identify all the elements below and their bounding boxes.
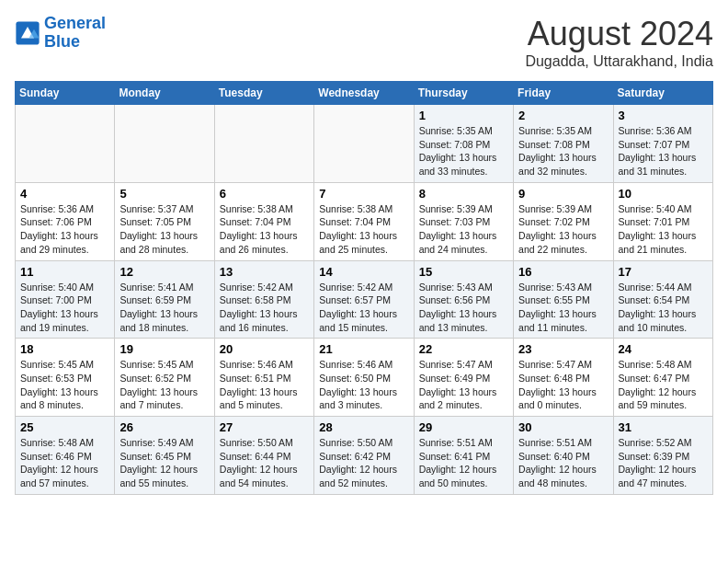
header-cell-thursday: Thursday: [414, 82, 513, 105]
day-info: Sunrise: 5:36 AM Sunset: 7:07 PM Dayligh…: [619, 124, 708, 178]
day-info: Sunrise: 5:51 AM Sunset: 6:40 PM Dayligh…: [518, 436, 608, 490]
day-info: Sunrise: 5:42 AM Sunset: 6:58 PM Dayligh…: [220, 281, 309, 335]
day-info: Sunrise: 5:51 AM Sunset: 6:41 PM Dayligh…: [419, 436, 508, 490]
day-info: Sunrise: 5:50 AM Sunset: 6:44 PM Dayligh…: [220, 436, 309, 490]
day-info: Sunrise: 5:39 AM Sunset: 7:03 PM Dayligh…: [419, 202, 508, 257]
day-cell: 21Sunrise: 5:46 AM Sunset: 6:50 PM Dayli…: [314, 339, 414, 417]
day-number: 26: [119, 420, 209, 434]
day-info: Sunrise: 5:35 AM Sunset: 7:08 PM Dayligh…: [419, 124, 508, 178]
day-number: 9: [518, 187, 608, 201]
day-number: 23: [518, 342, 608, 356]
day-info: Sunrise: 5:46 AM Sunset: 6:50 PM Dayligh…: [319, 358, 408, 412]
day-info: Sunrise: 5:45 AM Sunset: 6:52 PM Dayligh…: [119, 358, 209, 412]
day-number: 17: [619, 265, 708, 279]
day-info: Sunrise: 5:42 AM Sunset: 6:57 PM Dayligh…: [319, 281, 408, 335]
day-cell: 22Sunrise: 5:47 AM Sunset: 6:49 PM Dayli…: [414, 339, 513, 417]
day-cell: 9Sunrise: 5:39 AM Sunset: 7:02 PM Daylig…: [514, 182, 613, 260]
day-cell: [16, 105, 115, 183]
day-cell: 20Sunrise: 5:46 AM Sunset: 6:51 PM Dayli…: [214, 339, 313, 417]
header-cell-tuesday: Tuesday: [214, 82, 313, 105]
day-number: 1: [419, 109, 508, 122]
day-number: 3: [619, 109, 708, 122]
day-cell: 18Sunrise: 5:45 AM Sunset: 6:53 PM Dayli…: [16, 339, 115, 417]
day-info: Sunrise: 5:47 AM Sunset: 6:49 PM Dayligh…: [419, 358, 508, 412]
day-info: Sunrise: 5:47 AM Sunset: 6:48 PM Dayligh…: [518, 358, 608, 412]
week-row-2: 4Sunrise: 5:36 AM Sunset: 7:06 PM Daylig…: [16, 182, 713, 260]
day-cell: [314, 105, 414, 183]
calendar-table: SundayMondayTuesdayWednesdayThursdayFrid…: [15, 81, 713, 495]
day-number: 16: [518, 265, 608, 279]
week-row-4: 18Sunrise: 5:45 AM Sunset: 6:53 PM Dayli…: [16, 339, 713, 417]
title-block: August 2024 Dugadda, Uttarakhand, India: [525, 15, 713, 70]
day-number: 30: [518, 420, 608, 434]
day-cell: 27Sunrise: 5:50 AM Sunset: 6:44 PM Dayli…: [214, 417, 313, 495]
day-number: 10: [619, 187, 708, 201]
day-cell: 8Sunrise: 5:39 AM Sunset: 7:03 PM Daylig…: [414, 182, 513, 260]
week-row-5: 25Sunrise: 5:48 AM Sunset: 6:46 PM Dayli…: [16, 417, 713, 495]
day-number: 20: [220, 342, 309, 356]
day-info: Sunrise: 5:46 AM Sunset: 6:51 PM Dayligh…: [220, 358, 309, 412]
day-info: Sunrise: 5:43 AM Sunset: 6:55 PM Dayligh…: [518, 281, 608, 335]
day-number: 19: [119, 342, 209, 356]
day-cell: [115, 105, 214, 183]
day-info: Sunrise: 5:50 AM Sunset: 6:42 PM Dayligh…: [319, 436, 408, 490]
day-info: Sunrise: 5:35 AM Sunset: 7:08 PM Dayligh…: [518, 124, 608, 178]
day-cell: 17Sunrise: 5:44 AM Sunset: 6:54 PM Dayli…: [613, 260, 712, 339]
logo-line1: General: [44, 14, 106, 32]
day-info: Sunrise: 5:39 AM Sunset: 7:02 PM Dayligh…: [518, 202, 608, 257]
day-info: Sunrise: 5:41 AM Sunset: 6:59 PM Dayligh…: [119, 281, 209, 335]
day-number: 22: [419, 342, 508, 356]
day-cell: 11Sunrise: 5:40 AM Sunset: 7:00 PM Dayli…: [16, 260, 115, 339]
day-cell: 13Sunrise: 5:42 AM Sunset: 6:58 PM Dayli…: [214, 260, 313, 339]
day-number: 28: [319, 420, 408, 434]
header-cell-sunday: Sunday: [16, 82, 115, 105]
day-number: 21: [319, 342, 408, 356]
day-info: Sunrise: 5:49 AM Sunset: 6:45 PM Dayligh…: [119, 436, 209, 490]
day-info: Sunrise: 5:52 AM Sunset: 6:39 PM Dayligh…: [619, 436, 708, 490]
day-cell: 10Sunrise: 5:40 AM Sunset: 7:01 PM Dayli…: [613, 182, 712, 260]
calendar-title: August 2024: [525, 15, 713, 53]
day-number: 18: [20, 342, 109, 356]
day-number: 31: [619, 420, 708, 434]
day-cell: 14Sunrise: 5:42 AM Sunset: 6:57 PM Dayli…: [314, 260, 414, 339]
day-number: 13: [220, 265, 309, 279]
day-number: 15: [419, 265, 508, 279]
day-info: Sunrise: 5:45 AM Sunset: 6:53 PM Dayligh…: [20, 358, 109, 412]
logo-line2: Blue: [44, 32, 80, 51]
day-info: Sunrise: 5:48 AM Sunset: 6:47 PM Dayligh…: [619, 358, 708, 412]
day-cell: 19Sunrise: 5:45 AM Sunset: 6:52 PM Dayli…: [115, 339, 214, 417]
day-info: Sunrise: 5:37 AM Sunset: 7:05 PM Dayligh…: [119, 202, 209, 257]
day-number: 12: [119, 265, 209, 279]
day-cell: 2Sunrise: 5:35 AM Sunset: 7:08 PM Daylig…: [514, 105, 613, 183]
header-cell-friday: Friday: [514, 82, 613, 105]
day-number: 6: [220, 187, 309, 201]
day-cell: 31Sunrise: 5:52 AM Sunset: 6:39 PM Dayli…: [613, 417, 712, 495]
day-number: 8: [419, 187, 508, 201]
day-cell: 1Sunrise: 5:35 AM Sunset: 7:08 PM Daylig…: [414, 105, 513, 183]
day-number: 5: [119, 187, 209, 201]
day-number: 14: [319, 265, 408, 279]
page-header: General Blue August 2024 Dugadda, Uttara…: [15, 15, 713, 70]
day-info: Sunrise: 5:44 AM Sunset: 6:54 PM Dayligh…: [619, 281, 708, 335]
day-number: 27: [220, 420, 309, 434]
day-number: 2: [518, 109, 608, 122]
day-cell: 12Sunrise: 5:41 AM Sunset: 6:59 PM Dayli…: [115, 260, 214, 339]
day-cell: [214, 105, 313, 183]
day-cell: 23Sunrise: 5:47 AM Sunset: 6:48 PM Dayli…: [514, 339, 613, 417]
logo: General Blue: [15, 15, 106, 52]
day-info: Sunrise: 5:40 AM Sunset: 7:00 PM Dayligh…: [20, 281, 109, 335]
day-cell: 16Sunrise: 5:43 AM Sunset: 6:55 PM Dayli…: [514, 260, 613, 339]
day-cell: 29Sunrise: 5:51 AM Sunset: 6:41 PM Dayli…: [414, 417, 513, 495]
day-cell: 7Sunrise: 5:38 AM Sunset: 7:04 PM Daylig…: [314, 182, 414, 260]
day-number: 24: [619, 342, 708, 356]
header-cell-wednesday: Wednesday: [314, 82, 414, 105]
week-row-1: 1Sunrise: 5:35 AM Sunset: 7:08 PM Daylig…: [16, 105, 713, 183]
day-number: 4: [20, 187, 109, 201]
day-cell: 5Sunrise: 5:37 AM Sunset: 7:05 PM Daylig…: [115, 182, 214, 260]
day-info: Sunrise: 5:38 AM Sunset: 7:04 PM Dayligh…: [220, 202, 309, 257]
day-cell: 24Sunrise: 5:48 AM Sunset: 6:47 PM Dayli…: [613, 339, 712, 417]
day-info: Sunrise: 5:36 AM Sunset: 7:06 PM Dayligh…: [20, 202, 109, 257]
day-cell: 25Sunrise: 5:48 AM Sunset: 6:46 PM Dayli…: [16, 417, 115, 495]
logo-text: General Blue: [44, 15, 106, 52]
day-info: Sunrise: 5:38 AM Sunset: 7:04 PM Dayligh…: [319, 202, 408, 257]
